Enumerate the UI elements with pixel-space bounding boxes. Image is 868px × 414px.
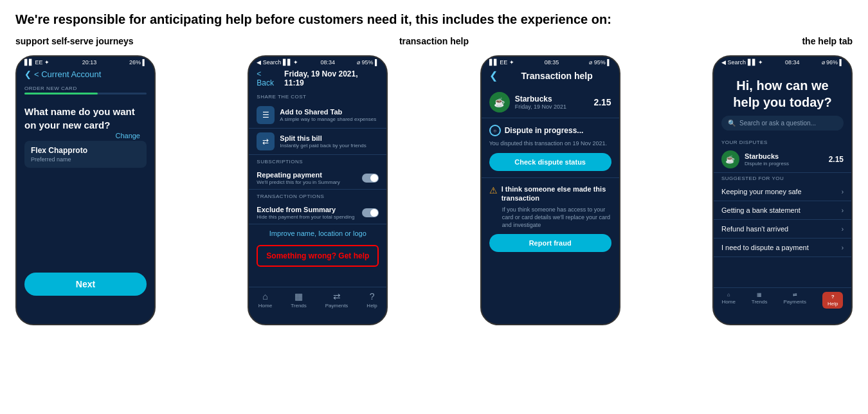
phone3-fraud-title: I think someone else made this transacti… <box>502 184 611 203</box>
phone1-status-bar: ▋▋ EE ✦ 20:13 26% ▌ <box>17 57 154 67</box>
phone4-nav-payments[interactable]: ⇄ Payments <box>783 292 806 309</box>
section-label-left: support self-serve journeys <box>15 36 292 46</box>
phone4-greeting: Hi, how can we help you today? <box>714 67 851 116</box>
phone1-nav[interactable]: ❮ < Current Account <box>17 67 154 83</box>
home-nav-icon: ⌂ <box>727 292 730 298</box>
phone1-status-right: 26% ▌ <box>129 59 147 66</box>
section-label-center: transaction help <box>296 36 572 46</box>
phone2-item2-sub: Instantly get paid back by your friends <box>280 143 379 148</box>
phone4-home-label: Home <box>721 299 735 305</box>
phone2-nav-payments-label: Payments <box>325 303 348 309</box>
phone4-status-right: ⌀ 96% ▌ <box>822 59 844 66</box>
phone2-nav-home[interactable]: ⌂ Home <box>258 291 272 309</box>
phone2-nav-help-label: Help <box>366 303 377 309</box>
phone4-chevron3-icon: › <box>842 226 844 233</box>
phone4-chevron4-icon: › <box>842 244 844 251</box>
phone4-suggest1-label: Keeping your money safe <box>721 188 802 195</box>
trends-nav-icon: ▦ <box>757 292 762 298</box>
phone4-suggest-item-3[interactable]: Refund hasn't arrived › <box>714 220 851 239</box>
phone-transaction-left: ◀ Search ▋▋ ✦ 08:34 ⌀ 95% ▌ < Back Frida… <box>248 55 388 325</box>
phone2-nav-trends[interactable]: ▦ Trends <box>291 291 307 309</box>
phone3-dispute-section: ○ Dispute in progress... You disputed th… <box>482 118 619 178</box>
phone3-status-left: ▋▋ EE ✦ <box>489 59 514 66</box>
phone2-share-header: SHARE THE COST <box>249 90 386 102</box>
phone3-fraud-desc: If you think someone has access to your … <box>502 206 611 229</box>
phone2-status-time: 08:34 <box>320 59 335 66</box>
phone3-dispute-label: Dispute in progress... <box>505 126 584 135</box>
phone4-dispute-row[interactable]: ☕ Starbucks Dispute in progress 2.15 <box>714 147 851 173</box>
phone1-status-left: ▋▋ EE ✦ <box>24 59 50 66</box>
phone3-dispute-status-icon: ○ <box>489 125 501 136</box>
phone1-change-btn[interactable]: Change <box>115 132 140 140</box>
phone1-nav-label: < Current Account <box>34 69 101 79</box>
phone4-suggest-item-4[interactable]: I need to dispute a payment › <box>714 239 851 257</box>
phone3-header: ❮ Transaction help <box>482 67 619 87</box>
phone3-status-bar: ▋▋ EE ✦ 08:35 ⌀ 95% ▌ <box>482 57 619 67</box>
phone1-next-button[interactable]: Next <box>24 273 147 296</box>
phone-transaction-right: ▋▋ EE ✦ 08:35 ⌀ 95% ▌ ❮ Transaction help… <box>480 55 620 325</box>
phone2-item1-sub: A simple way to manage shared expenses <box>280 116 379 122</box>
phone4-chevron2-icon: › <box>842 207 844 214</box>
phone2-status-right: ⌀ 95% ▌ <box>357 59 379 66</box>
phone4-status-left: ◀ Search ▋▋ ✦ <box>721 59 763 66</box>
phone3-warning-icon: ⚠ <box>489 185 498 195</box>
phone4-suggest4-label: I need to dispute a payment <box>721 244 809 251</box>
phone2-toggle-exclude[interactable] <box>362 208 379 217</box>
phone3-back-icon[interactable]: ❮ <box>489 69 498 82</box>
phone4-suggest-item-1[interactable]: Keeping your money safe › <box>714 183 851 201</box>
phone4-nav-home[interactable]: ⌂ Home <box>721 292 735 309</box>
phone3-check-dispute-button[interactable]: Check dispute status <box>489 153 611 171</box>
phone4-search-icon: 🔍 <box>728 120 736 127</box>
phone3-starbucks-icon: ☕ <box>489 92 510 113</box>
phone2-back-label[interactable]: < Back <box>257 69 280 87</box>
phone2-status-left: ◀ Search ▋▋ ✦ <box>257 59 298 66</box>
phone2-get-help-button[interactable]: Something wrong? Get help <box>257 245 379 267</box>
phone2-improve-link[interactable]: Improve name, location or logo <box>249 224 386 242</box>
phone2-toggle-repeating[interactable] <box>362 174 379 183</box>
payments-nav-icon: ⇄ <box>793 292 797 298</box>
phone4-status-time: 08:34 <box>785 59 800 66</box>
phone2-shared-tab-icon: ☰ <box>257 106 275 124</box>
phone4-merchant-name: Starbucks <box>745 152 824 160</box>
phone4-status-bar: ◀ Search ▋▋ ✦ 08:34 ⌀ 96% ▌ <box>714 57 851 67</box>
phone4-suggest-item-2[interactable]: Getting a bank statement › <box>714 201 851 220</box>
phone2-item-repeating[interactable]: Repeating payment We'll predict this for… <box>249 167 386 190</box>
phone2-nav-help[interactable]: ? Help <box>366 291 377 309</box>
phone3-dispute-desc: You disputed this transaction on 19 Nov … <box>489 140 611 148</box>
phone-help-tab: ◀ Search ▋▋ ✦ 08:34 ⌀ 96% ▌ Hi, how can … <box>712 55 853 325</box>
phone3-fraud-section: ⚠ I think someone else made this transac… <box>482 178 619 259</box>
home-icon: ⌂ <box>262 291 267 302</box>
phone2-nav[interactable]: < Back Friday, 19 Nov 2021, 11:19 <box>249 67 386 90</box>
phone1-progress-fill <box>24 93 98 94</box>
phone2-bottom-nav: ⌂ Home ▦ Trends ⇄ Payments ? Help <box>249 287 386 311</box>
phone2-nav-home-label: Home <box>258 303 272 309</box>
phone2-item-exclude[interactable]: Exclude from Summary Hide this payment f… <box>249 202 386 224</box>
phone3-status-time: 08:35 <box>545 59 559 66</box>
phone4-suggest3-label: Refund hasn't arrived <box>721 225 788 233</box>
phone3-amount: 2.15 <box>593 97 611 107</box>
phone1-order-label: ORDER NEW CARD <box>17 83 154 93</box>
phone4-nav-help[interactable]: ? Help <box>822 292 843 309</box>
phone1-back-icon: ❮ <box>24 69 32 79</box>
phone2-item3-sub: We'll predict this for you in Summary <box>257 179 357 185</box>
phone2-item-shared-tab[interactable]: ☰ Add to Shared Tab A simple way to mana… <box>249 102 386 129</box>
help-nav-icon: ? <box>831 294 835 300</box>
help-icon: ? <box>370 291 375 302</box>
phone4-search-bar[interactable]: 🔍 Search or ask a question... <box>721 116 844 130</box>
phone4-merchant-sub: Dispute in progress <box>745 161 824 166</box>
phone4-suggest2-label: Getting a bank statement <box>721 206 800 214</box>
section-label-right: the help tab <box>576 36 853 46</box>
phone2-nav-payments[interactable]: ⇄ Payments <box>325 291 348 309</box>
phone4-nav-trends[interactable]: ▦ Trends <box>752 292 768 309</box>
phone2-date: Friday, 19 Nov 2021, 11:19 <box>284 69 379 87</box>
phone1-input-section[interactable]: Change Flex Chapproto Preferred name <box>24 141 147 168</box>
phone2-split-icon: ⇄ <box>257 132 275 150</box>
phone2-item-split-bill[interactable]: ⇄ Split this bill Instantly get paid bac… <box>249 129 386 155</box>
phone4-bottom-nav: ⌂ Home ▦ Trends ⇄ Payments ? Help <box>714 287 851 311</box>
phone3-status-right: ⌀ 95% ▌ <box>589 59 611 66</box>
phone4-chevron1-icon: › <box>842 188 844 195</box>
payments-icon: ⇄ <box>333 291 341 302</box>
phone4-starbucks-icon: ☕ <box>721 150 739 168</box>
phone4-suggested-label: SUGGESTED FOR YOU <box>714 173 851 183</box>
phone3-report-fraud-button[interactable]: Report fraud <box>489 234 611 252</box>
